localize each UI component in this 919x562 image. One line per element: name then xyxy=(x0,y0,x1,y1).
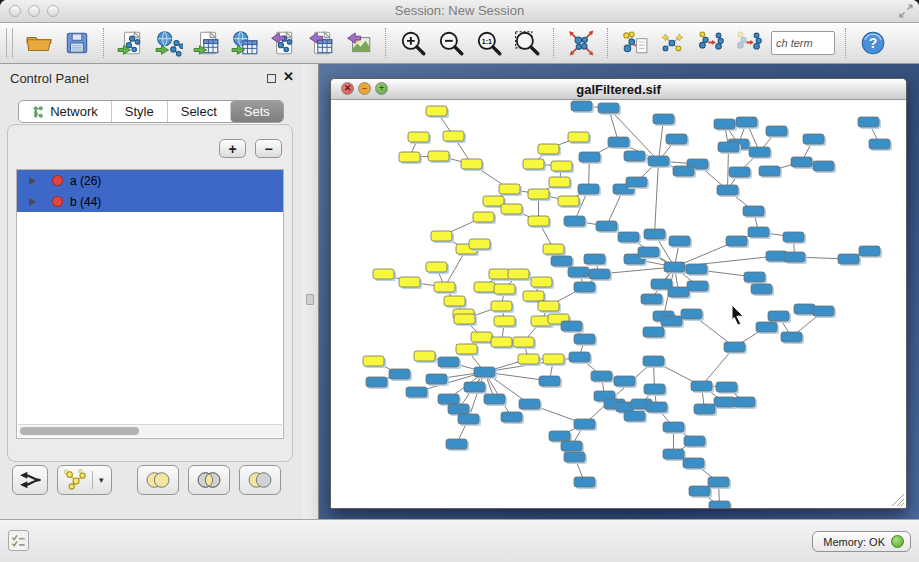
toolbar-separator xyxy=(103,28,105,58)
dropdown-caret-icon[interactable]: ▾ xyxy=(92,471,107,489)
venn-intersection-icon xyxy=(193,470,225,490)
new-network-from-selection-button[interactable] xyxy=(618,26,652,60)
tab-label: Style xyxy=(125,104,154,119)
zoom-in-button[interactable] xyxy=(396,26,430,60)
split-sets-button[interactable] xyxy=(12,465,48,495)
save-floppy-icon xyxy=(63,29,91,57)
create-set-button[interactable]: ▾ xyxy=(57,465,112,495)
toolbar-drag-handle[interactable] xyxy=(6,28,13,58)
layout-icon xyxy=(567,29,595,57)
remove-set-button[interactable]: − xyxy=(255,139,282,158)
search-input[interactable] xyxy=(771,31,835,55)
float-panel-icon[interactable] xyxy=(267,74,276,83)
set-actions: + − xyxy=(219,139,282,158)
import-table-from-file-button[interactable] xyxy=(190,26,224,60)
frame-buttons: ✕ – + xyxy=(341,82,388,95)
network-graph[interactable] xyxy=(331,100,906,508)
tab-strip: NetworkStyleSelectSets xyxy=(18,100,284,123)
tab-select[interactable]: Select xyxy=(167,101,230,122)
splitter-grip-icon[interactable] xyxy=(306,294,314,305)
import-network-from-web-button[interactable] xyxy=(152,26,186,60)
status-bar: Memory: OK xyxy=(0,519,919,562)
hide-selected-button[interactable] xyxy=(694,26,728,60)
control-panel: Control Panel ✕ NetworkStyleSelectSets +… xyxy=(0,64,302,519)
net-from-selection-icon xyxy=(621,29,649,57)
network-window-titlebar[interactable]: ✕ – + galFiltered.sif xyxy=(331,79,906,100)
toolbar-separator xyxy=(607,28,609,58)
fullscreen-icon[interactable] xyxy=(899,4,913,18)
panel-splitter[interactable] xyxy=(302,64,319,519)
set-color-icon xyxy=(52,175,63,186)
task-history-button[interactable] xyxy=(8,530,29,551)
venn-difference-icon xyxy=(244,470,276,490)
import-network-file-icon xyxy=(117,29,145,57)
first-neighbors-icon xyxy=(659,29,687,57)
resize-grip-icon[interactable] xyxy=(889,491,905,507)
yellow-net-icon xyxy=(62,468,88,492)
application-window: Session: New Session 1:1? Control Panel … xyxy=(0,0,919,562)
frame-maximize-icon[interactable]: + xyxy=(375,82,388,95)
expand-triangle-icon[interactable] xyxy=(29,198,36,206)
control-panel-tabs: NetworkStyleSelectSets xyxy=(0,100,302,123)
import-network-web-icon xyxy=(155,29,183,57)
first-neighbors-button[interactable] xyxy=(656,26,690,60)
close-panel-icon[interactable]: ✕ xyxy=(283,70,294,84)
hide-selected-icon xyxy=(697,29,725,57)
import-table-file-icon xyxy=(193,29,221,57)
union-button[interactable] xyxy=(137,465,179,495)
scrollbar-thumb[interactable] xyxy=(20,427,139,435)
tab-style[interactable]: Style xyxy=(111,101,167,122)
open-session-button[interactable] xyxy=(22,26,56,60)
sets-panel: + − a (26)b (44) xyxy=(7,124,293,462)
export-table-button[interactable] xyxy=(304,26,338,60)
tab-label: Select xyxy=(181,104,217,119)
show-all-icon xyxy=(735,29,763,57)
window-titlebar: Session: New Session xyxy=(0,0,919,23)
frame-minimize-icon[interactable]: – xyxy=(358,82,371,95)
export-network-button[interactable] xyxy=(266,26,300,60)
sets-rows: a (26)b (44) xyxy=(17,170,283,212)
zoom-actual-size-button[interactable]: 1:1 xyxy=(472,26,506,60)
difference-button[interactable] xyxy=(239,465,281,495)
frame-close-icon[interactable]: ✕ xyxy=(341,82,354,95)
main-toolbar: 1:1? xyxy=(0,23,919,64)
help-button[interactable]: ? xyxy=(856,26,890,60)
expand-triangle-icon[interactable] xyxy=(29,177,36,185)
help-icon: ? xyxy=(859,29,887,57)
horizontal-scrollbar[interactable] xyxy=(18,424,282,437)
memory-status-button[interactable]: Memory: OK xyxy=(812,531,911,552)
toolbar-separator xyxy=(553,28,555,58)
export-table-icon xyxy=(307,29,335,57)
memory-status-label: Memory: OK xyxy=(823,536,885,548)
apply-layout-button[interactable] xyxy=(564,26,598,60)
svg-text:1:1: 1:1 xyxy=(482,38,492,45)
main-area: Control Panel ✕ NetworkStyleSelectSets +… xyxy=(0,64,919,519)
set-row[interactable]: b (44) xyxy=(17,191,283,212)
set-label: b (44) xyxy=(70,195,101,209)
venn-union-icon xyxy=(142,470,174,490)
export-image-button[interactable] xyxy=(342,26,376,60)
network-canvas[interactable] xyxy=(331,100,906,508)
import-table-from-web-button[interactable] xyxy=(228,26,262,60)
toolbar-separator xyxy=(385,28,387,58)
zoom-actual-icon: 1:1 xyxy=(475,29,503,57)
window-title: Session: New Session xyxy=(0,3,919,18)
intersection-button[interactable] xyxy=(188,465,230,495)
zoom-out-icon xyxy=(437,29,465,57)
tab-sets[interactable]: Sets xyxy=(230,101,283,122)
import-network-from-file-button[interactable] xyxy=(114,26,148,60)
tab-network[interactable]: Network xyxy=(19,101,111,122)
zoom-out-button[interactable] xyxy=(434,26,468,60)
save-session-button[interactable] xyxy=(60,26,94,60)
sets-list[interactable]: a (26)b (44) xyxy=(16,169,284,439)
add-set-button[interactable]: + xyxy=(219,139,246,158)
set-row[interactable]: a (26) xyxy=(17,170,283,191)
toolbar-separator xyxy=(845,28,847,58)
task-history-icon xyxy=(10,532,27,549)
export-network-icon xyxy=(269,29,297,57)
control-panel-title: Control Panel xyxy=(10,71,89,86)
zoom-in-icon xyxy=(399,29,427,57)
show-all-button[interactable] xyxy=(732,26,766,60)
network-tree-icon xyxy=(32,105,45,119)
zoom-fit-selected-button[interactable] xyxy=(510,26,544,60)
